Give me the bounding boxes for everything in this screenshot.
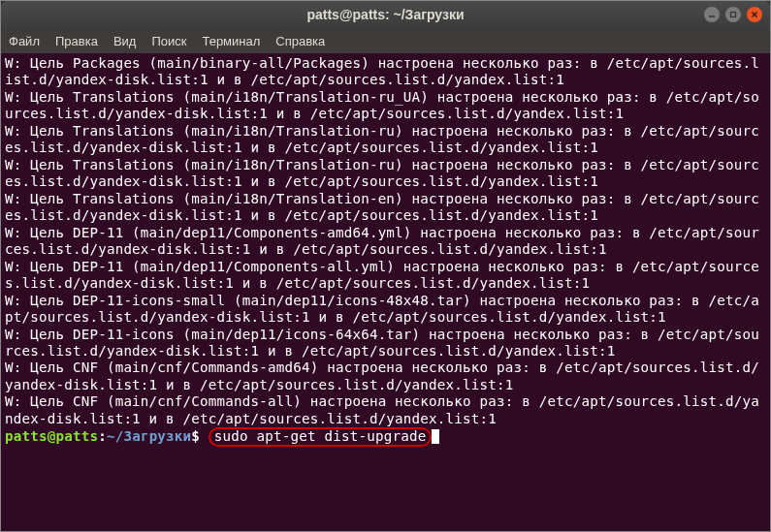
menu-search[interactable]: Поиск: [151, 34, 186, 48]
menubar: Файл Правка Вид Поиск Терминал Справка: [1, 28, 770, 53]
menu-view[interactable]: Вид: [113, 34, 137, 48]
prompt-path: ~/Загрузки: [107, 428, 191, 444]
output-line: W: Цель CNF (main/cnf/Commands-all) наст…: [5, 393, 759, 425]
prompt-colon: :: [98, 428, 107, 444]
window-titlebar: patts@patts: ~/Загрузки: [1, 1, 770, 28]
output-line: W: Цель Packages (main/binary-all/Packag…: [5, 55, 759, 87]
menu-help[interactable]: Справка: [275, 34, 325, 48]
output-line: W: Цель DEP-11 (main/dep11/Components-al…: [5, 259, 759, 291]
output-line: W: Цель Translations (main/i18n/Translat…: [5, 191, 759, 223]
command-text: sudo apt-get dist-upgrade: [214, 428, 427, 444]
close-button[interactable]: [747, 7, 762, 22]
menu-edit[interactable]: Правка: [55, 34, 98, 48]
svg-rect-1: [731, 13, 736, 17]
window-title: patts@patts: ~/Загрузки: [306, 7, 464, 22]
output-line: W: Цель DEP-11-icons-small (main/dep11/i…: [5, 293, 759, 325]
minimize-button[interactable]: [704, 7, 720, 22]
prompt-dollar: $: [191, 428, 208, 444]
output-line: W: Цель Translations (main/i18n/Translat…: [5, 123, 759, 155]
output-line: W: Цель DEP-11 (main/dep11/Components-am…: [5, 225, 759, 257]
maximize-button[interactable]: [725, 7, 741, 22]
output-line: W: Цель Translations (main/i18n/Translat…: [5, 157, 759, 189]
output-line: W: Цель CNF (main/cnf/Commands-amd64) на…: [5, 360, 759, 391]
output-line: W: Цель DEP-11-icons (main/dep11/icons-6…: [5, 327, 759, 359]
menu-file[interactable]: Файл: [9, 34, 40, 48]
prompt-user: patts@patts: [5, 428, 98, 444]
terminal-output[interactable]: W: Цель Packages (main/binary-all/Packag…: [1, 53, 770, 531]
command-highlight: sudo apt-get dist-upgrade: [209, 427, 433, 447]
menu-terminal[interactable]: Терминал: [202, 34, 260, 48]
output-line: W: Цель Translations (main/i18n/Translat…: [5, 89, 759, 121]
terminal-cursor: [432, 429, 439, 444]
window-controls: [704, 7, 762, 22]
